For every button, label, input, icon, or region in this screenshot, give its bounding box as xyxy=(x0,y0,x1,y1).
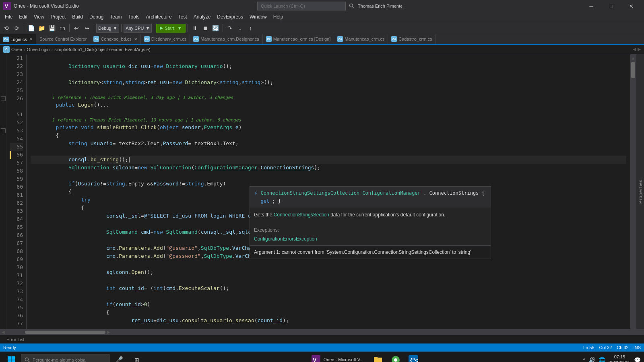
network-icon[interactable]: 🌐 xyxy=(599,357,605,362)
menu-edit[interactable]: Edit xyxy=(16,12,31,22)
task-view-button[interactable]: ⊞ xyxy=(129,352,145,362)
tab-close-login[interactable]: ✕ xyxy=(29,37,33,41)
toolbar-save-all-button[interactable]: 🗃 xyxy=(58,23,67,33)
doc-link-connection-strings[interactable]: ConnectionStringsSection xyxy=(274,212,329,218)
tab-cadastro[interactable]: C# Cadastro_crm.cs xyxy=(388,34,436,44)
taskbar-vscode-button[interactable]: {"<"} xyxy=(405,352,421,362)
debug-config-dropdown[interactable]: Debug ▼ xyxy=(96,24,119,33)
breadcrumb-project[interactable]: Onee xyxy=(11,47,22,52)
margin-50 xyxy=(0,119,6,127)
toolbar-redo-button[interactable]: ↪ xyxy=(82,23,92,33)
menu-team[interactable]: Team xyxy=(107,12,125,22)
toolbar-step-over-button[interactable]: ↷ xyxy=(225,23,235,33)
taskbar-chrome-button[interactable] xyxy=(388,352,404,362)
toolbar-undo-button[interactable]: ↩ xyxy=(72,23,81,33)
cpu-config-dropdown[interactable]: Any CPU ▼ xyxy=(124,24,152,33)
menu-help[interactable]: Help xyxy=(270,12,287,22)
ln-72: 72 xyxy=(10,280,23,288)
menu-devexpress[interactable]: DevExpress xyxy=(214,12,246,22)
maximize-button[interactable]: □ xyxy=(602,0,621,12)
menu-analyze[interactable]: Analyze xyxy=(190,12,214,22)
ln-75: 75 xyxy=(10,304,23,312)
margin-25 xyxy=(0,86,6,95)
code-area[interactable]: + − xyxy=(0,54,644,329)
h-scroll-thumb[interactable] xyxy=(25,331,105,334)
tray-arrow-icon[interactable]: ^ xyxy=(583,358,585,362)
intellisense-error: Argument 1: cannot convert from 'System.… xyxy=(250,245,491,259)
menu-project[interactable]: Project xyxy=(47,12,69,22)
intellisense-exceptions: Exceptions: ConfigurationErrorsException xyxy=(250,225,491,245)
tab-manutencao-design[interactable]: C# Manutencao_crm.cs [Design] xyxy=(263,34,334,44)
menu-file[interactable]: File xyxy=(2,12,16,22)
tab-conexao[interactable]: C# Conexao_bd.cs ✕ xyxy=(90,34,140,44)
windows-start-button[interactable] xyxy=(3,352,19,362)
ln-57: 57 xyxy=(10,159,23,167)
properties-panel[interactable]: Properties xyxy=(636,54,644,329)
tab-label-man-designer: Manutencao_crm.Designer.cs xyxy=(200,37,259,41)
toolbar-open-button[interactable]: 📁 xyxy=(37,23,46,33)
expand-26[interactable]: + xyxy=(1,96,6,101)
collapse-51[interactable]: − xyxy=(1,128,6,133)
code-editor[interactable]: Dictionary_usuario dic_usu = new Diction… xyxy=(27,54,630,329)
toolbar-step-into-button[interactable]: ↓ xyxy=(235,23,245,33)
toolbar-pause-button[interactable]: ⏸ xyxy=(190,23,200,33)
toolbar-step-out-button[interactable]: ↑ xyxy=(246,23,256,33)
breadcrumb-member[interactable]: simpleButton1_Click(object sender, Event… xyxy=(54,47,150,52)
h-scroll-left[interactable]: ◀ xyxy=(2,330,5,334)
toolbar-back-button[interactable]: ⟲ xyxy=(2,23,11,33)
ln-55: 55 xyxy=(10,143,23,151)
cortana-mic-button[interactable]: 🎤 xyxy=(111,352,127,362)
action-center-icon[interactable]: 💬 xyxy=(634,357,641,362)
breadcrumb-nav-back[interactable]: ◀ xyxy=(633,47,636,52)
scroll-thumb[interactable] xyxy=(631,62,635,78)
menu-build[interactable]: Build xyxy=(69,12,86,22)
code-line-25 xyxy=(31,86,626,95)
minimize-button[interactable]: ─ xyxy=(582,0,601,12)
svg-point-15 xyxy=(394,358,397,362)
toolbar-stop-button[interactable]: ⏹ xyxy=(200,23,210,33)
menu-window[interactable]: Window xyxy=(246,12,270,22)
menu-architecture[interactable]: Architecture xyxy=(143,12,175,22)
taskbar-vs-app[interactable]: V Onee - Microsoft V... xyxy=(306,352,368,362)
search-icon xyxy=(349,3,355,9)
scroll-up-button[interactable]: ▲ xyxy=(631,56,635,60)
error-list-tab[interactable]: Error List xyxy=(3,336,28,343)
toolbar-save-button[interactable]: 💾 xyxy=(47,23,57,33)
tab-dictionary[interactable]: C# Dictionary_crm.cs xyxy=(141,34,190,44)
menu-tools[interactable]: Tools xyxy=(125,12,143,22)
svg-text:V: V xyxy=(5,4,8,9)
margin-75 xyxy=(0,320,6,328)
taskbar-explorer-button[interactable] xyxy=(370,352,386,362)
tab-close-conexao[interactable]: ✕ xyxy=(134,37,137,41)
code-line-53: string Usuario = textBox2.Text, Password… xyxy=(31,140,626,148)
clock-date: 03/09/2016 xyxy=(609,360,631,362)
system-clock[interactable]: 07:15 03/09/2016 xyxy=(609,354,631,362)
horizontal-scrollbar[interactable]: ◀ ▶ xyxy=(0,329,644,335)
breadcrumb-namespace[interactable]: Onee.Login xyxy=(27,47,50,52)
exception-link[interactable]: ConfigurationErrorsException xyxy=(254,235,487,243)
quick-launch-input[interactable] xyxy=(257,2,346,10)
toolbar-new-button[interactable]: 📄 xyxy=(26,23,36,33)
vertical-scrollbar[interactable]: ▲ xyxy=(630,54,636,329)
volume-icon[interactable]: 🔊 xyxy=(588,357,595,362)
tab-manutencao-designer[interactable]: C# Manutencao_crm.Designer.cs xyxy=(190,34,263,44)
ln-77: 77 xyxy=(10,320,23,328)
toolbar-restart-button[interactable]: 🔄 xyxy=(211,23,221,33)
ln-58: 58 xyxy=(10,167,23,175)
ln-62: 62 xyxy=(10,199,23,207)
taskbar-search-box[interactable]: Pergunte-me alguma coisa xyxy=(21,354,109,362)
breadcrumb-nav-forward[interactable]: ▶ xyxy=(638,47,641,52)
menu-test[interactable]: Test xyxy=(175,12,190,22)
tab-manutencao[interactable]: C# Manutencao_crm.cs xyxy=(334,34,388,44)
menu-debug[interactable]: Debug xyxy=(86,12,107,22)
h-scroll-right[interactable]: ▶ xyxy=(107,330,110,334)
tab-login-cs[interactable]: C# Login.cs ✕ xyxy=(0,34,36,44)
code-line-52: { xyxy=(31,132,626,140)
menu-view[interactable]: View xyxy=(31,12,47,22)
ln-65: 65 xyxy=(10,223,23,231)
toolbar-forward-button[interactable]: ⟳ xyxy=(12,23,22,33)
start-button[interactable]: ▶ Start ▼ xyxy=(156,24,185,33)
cpu-config-arrow: ▼ xyxy=(146,26,150,31)
tab-source-control[interactable]: Source Control Explorer xyxy=(36,34,90,44)
close-button[interactable]: ✕ xyxy=(622,0,641,12)
